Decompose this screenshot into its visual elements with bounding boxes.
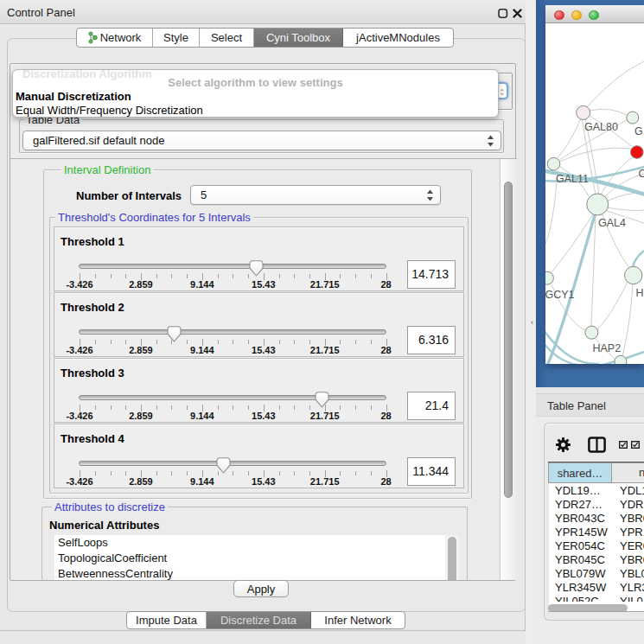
svg-text:HAP2: HAP2 — [593, 342, 622, 354]
svg-text:GCY1: GCY1 — [545, 289, 575, 301]
svg-text:C: C — [639, 168, 644, 180]
svg-text:GAL11: GAL11 — [556, 173, 589, 185]
svg-text:G.: G. — [634, 125, 644, 137]
svg-text:GAL4: GAL4 — [598, 217, 626, 229]
svg-text:H: H — [636, 287, 644, 299]
svg-text:GAL80: GAL80 — [584, 121, 618, 133]
